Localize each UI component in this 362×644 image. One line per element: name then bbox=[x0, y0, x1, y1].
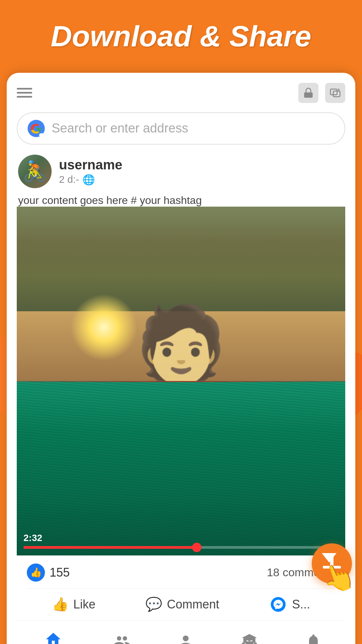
engagement-actions: 👍 Like 💬 Comment S... bbox=[27, 588, 335, 620]
download-fab[interactable]: 👆 bbox=[312, 543, 352, 584]
video-split-line bbox=[17, 381, 345, 382]
comment-label: Comment bbox=[167, 597, 219, 611]
comment-icon: 💬 bbox=[145, 596, 162, 612]
thumbs-up-icon: 👍 bbox=[27, 564, 45, 582]
browser-toolbar bbox=[17, 83, 345, 103]
page-title: Download & Share bbox=[13, 20, 349, 53]
share-label: S... bbox=[292, 597, 310, 611]
likes-count: 👍 155 bbox=[27, 564, 70, 582]
svg-point-10 bbox=[247, 636, 252, 641]
download-icon-wrap bbox=[322, 552, 342, 575]
google-icon bbox=[27, 119, 46, 138]
search-bar[interactable]: Search or enter address bbox=[17, 112, 345, 145]
menu-icon[interactable] bbox=[17, 88, 32, 98]
post-area: 🚴 username 2 d:- 🌐 your content goes her… bbox=[17, 155, 345, 207]
like-label: Like bbox=[73, 597, 96, 611]
share-button[interactable]: S... bbox=[269, 595, 310, 613]
home-icon bbox=[45, 631, 62, 644]
likes-number: 155 bbox=[50, 566, 70, 580]
nav-groups[interactable] bbox=[234, 629, 265, 644]
hamburger-line-3 bbox=[17, 96, 32, 98]
new-tab-button[interactable] bbox=[325, 83, 345, 103]
post-content-text: your content goes here # your hashtag bbox=[17, 194, 345, 207]
avatar: 🚴 bbox=[18, 155, 52, 188]
engagement-stats: 👍 155 18 comments bbox=[27, 564, 335, 582]
search-input[interactable]: Search or enter address bbox=[52, 121, 335, 136]
svg-point-12 bbox=[252, 638, 256, 642]
hamburger-line-1 bbox=[17, 88, 32, 90]
person-figure: 🧑 bbox=[135, 307, 227, 381]
like-button[interactable]: 👍 Like bbox=[52, 596, 96, 612]
svg-point-11 bbox=[243, 638, 247, 642]
browser-card: Search or enter address 🚴 username 2 d:-… bbox=[7, 73, 355, 644]
video-upper: 🧑 bbox=[17, 207, 345, 381]
notifications-icon bbox=[305, 633, 322, 644]
video-time: 2:32 bbox=[23, 533, 339, 543]
avatar-emoji: 🚴 bbox=[22, 159, 48, 183]
top-section: Download & Share bbox=[0, 0, 362, 53]
like-icon: 👍 bbox=[52, 596, 69, 612]
comment-button[interactable]: 💬 Comment bbox=[145, 596, 219, 612]
bottom-nav bbox=[17, 620, 345, 644]
nav-profile[interactable] bbox=[170, 629, 201, 644]
progress-fill bbox=[23, 546, 197, 549]
friends-icon bbox=[113, 633, 131, 644]
video-progress: 2:32 bbox=[17, 533, 345, 549]
toolbar-right bbox=[298, 83, 345, 103]
download-base bbox=[323, 566, 341, 569]
svg-rect-0 bbox=[304, 92, 313, 98]
post-user-info: username 2 d:- 🌐 bbox=[59, 157, 122, 185]
svg-point-8 bbox=[41, 134, 44, 136]
progress-dot bbox=[192, 543, 201, 552]
tab-icon bbox=[329, 87, 341, 99]
groups-icon bbox=[241, 633, 258, 644]
svg-point-9 bbox=[271, 597, 286, 612]
profile-icon bbox=[177, 633, 194, 644]
nav-home[interactable] bbox=[33, 627, 73, 644]
lock-tab-button[interactable] bbox=[298, 83, 318, 103]
toolbar-left bbox=[17, 88, 32, 98]
hamburger-line-2 bbox=[17, 92, 32, 94]
engagement-area: 👍 155 18 comments 👍 Like 💬 Comment bbox=[17, 555, 345, 620]
progress-track[interactable] bbox=[23, 546, 339, 549]
post-header: 🚴 username 2 d:- 🌐 bbox=[17, 155, 345, 188]
nav-notifications[interactable] bbox=[298, 629, 329, 644]
download-arrow bbox=[322, 553, 337, 562]
video-container: 🧑 2:32 bbox=[17, 207, 345, 555]
post-time: 2 d:- bbox=[59, 174, 79, 185]
green-field-texture bbox=[17, 381, 345, 555]
post-meta: 2 d:- 🌐 bbox=[59, 174, 122, 185]
globe-icon: 🌐 bbox=[82, 174, 95, 185]
nav-friends[interactable] bbox=[107, 629, 137, 644]
video-lower: 2:32 bbox=[17, 381, 345, 555]
lock-icon bbox=[303, 87, 314, 99]
post-username: username bbox=[59, 157, 122, 172]
messenger-icon bbox=[269, 595, 287, 613]
